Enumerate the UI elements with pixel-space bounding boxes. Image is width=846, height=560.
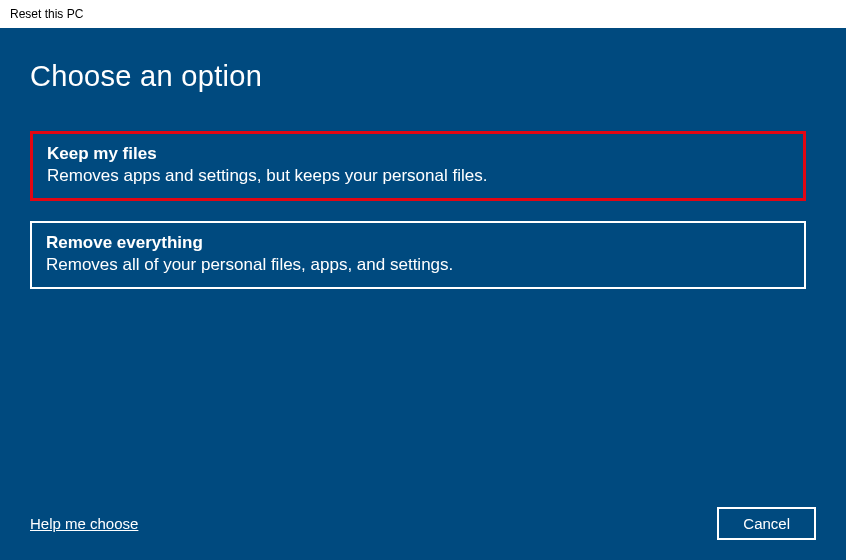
help-me-choose-link[interactable]: Help me choose	[30, 515, 138, 532]
option-keep-my-files-title: Keep my files	[47, 144, 789, 164]
option-keep-my-files[interactable]: Keep my files Removes apps and settings,…	[30, 131, 806, 201]
option-remove-everything-description: Removes all of your personal files, apps…	[46, 255, 790, 275]
option-keep-my-files-description: Removes apps and settings, but keeps you…	[47, 166, 789, 186]
page-title: Choose an option	[30, 60, 816, 93]
dialog-body: Choose an option Keep my files Removes a…	[0, 28, 846, 560]
dialog-footer: Help me choose Cancel	[30, 507, 816, 540]
window-title: Reset this PC	[10, 7, 83, 21]
window-title-bar: Reset this PC	[0, 0, 846, 28]
option-remove-everything[interactable]: Remove everything Removes all of your pe…	[30, 221, 806, 289]
option-remove-everything-title: Remove everything	[46, 233, 790, 253]
cancel-button[interactable]: Cancel	[717, 507, 816, 540]
